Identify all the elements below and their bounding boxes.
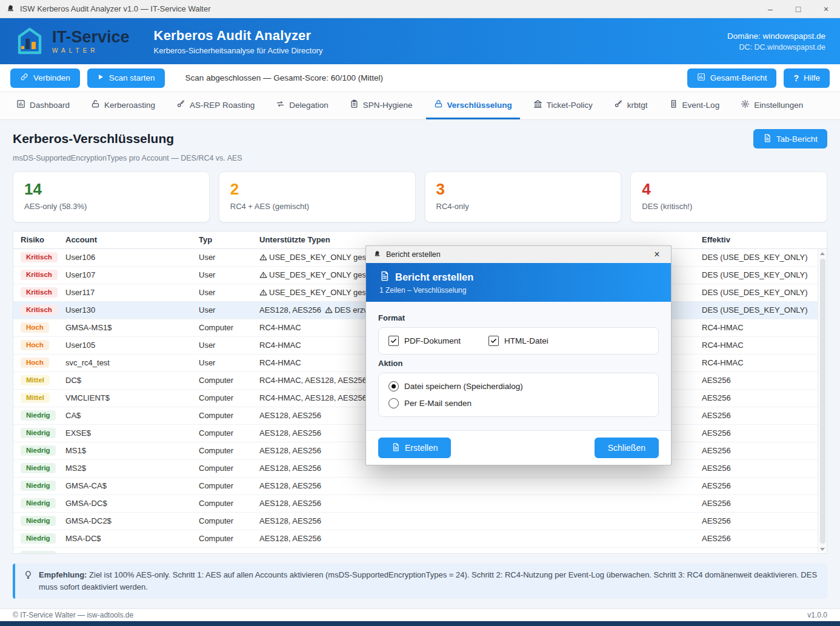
app-header: IT-Service WALTER Kerberos Audit Analyze…	[0, 18, 840, 64]
minimize-button[interactable]: –	[756, 0, 784, 18]
type-cell: User	[192, 284, 252, 301]
tab-dashboard[interactable]: Dashboard	[8, 92, 78, 119]
account-cell: CA$	[58, 407, 192, 424]
action-radio-per-e-mail-senden[interactable]: Per E-Mail senden	[388, 398, 648, 408]
risk-badge: Niedrig	[21, 498, 56, 508]
tab-delegation[interactable]: Delegation	[268, 92, 336, 119]
tab-event-log[interactable]: Event-Log	[661, 92, 728, 119]
type-cell: Computer	[192, 372, 252, 389]
dialog-close-icon[interactable]: ×	[650, 248, 664, 261]
create-button[interactable]: Erstellen	[378, 438, 451, 458]
maximize-button[interactable]: □	[784, 0, 812, 18]
swap-icon	[276, 99, 285, 110]
risk-badge: Hoch	[21, 322, 49, 333]
column-header[interactable]: Risiko	[13, 231, 58, 248]
tab-label: Ticket-Policy	[547, 101, 593, 110]
tab-krbtgt[interactable]: krbtgt	[606, 92, 656, 119]
toolbar: Verbinden Scan starten Scan abgeschlosse…	[0, 64, 840, 92]
account-cell: MS2$	[58, 460, 192, 477]
type-cell: Computer	[192, 442, 252, 459]
chart-icon	[697, 73, 705, 81]
type-cell: Computer	[192, 390, 252, 407]
link-icon	[20, 73, 28, 83]
stat-card: 3RC4-only	[425, 171, 622, 222]
table-row[interactable]: NiedrigGMSA-DC$ComputerAES128, AES256AES…	[13, 495, 827, 513]
connect-button[interactable]: Verbinden	[10, 68, 80, 88]
column-header[interactable]: Effektiv	[695, 231, 827, 248]
type-cell: Computer	[192, 319, 252, 336]
overall-report-button[interactable]: Gesamt-Bericht	[687, 68, 777, 88]
document-icon	[763, 134, 772, 144]
key-icon	[176, 99, 185, 110]
account-cell: User130	[58, 302, 192, 319]
clipboard-icon	[350, 99, 359, 108]
scroll-up-icon[interactable]	[818, 249, 827, 258]
table-scrollbar[interactable]	[818, 249, 827, 553]
tab-as-rep-roasting[interactable]: AS-REP Roasting	[168, 92, 262, 119]
app-icon	[6, 4, 15, 15]
close-button[interactable]: ×	[812, 0, 840, 18]
radio-icon[interactable]	[388, 381, 399, 391]
dialog-close-button[interactable]: Schließen	[595, 438, 659, 458]
help-button[interactable]: ? Hilfe	[784, 68, 830, 88]
scrollbar-thumb[interactable]	[820, 259, 825, 544]
app-title: Kerberos Audit Analyzer	[154, 28, 323, 44]
type-cell: Computer	[192, 460, 252, 477]
window-title: ISW Kerberos Audit Analyzer v1.0 — IT-Se…	[20, 4, 211, 13]
effective-cell: AES256	[695, 425, 827, 442]
tab-kerberoasting[interactable]: Kerberoasting	[83, 92, 163, 119]
checkbox-icon[interactable]	[388, 336, 399, 346]
table-row[interactable]: NiedrigGMSA-CA$ComputerAES128, AES256AES…	[13, 478, 827, 495]
account-cell: svc_rc4_test	[58, 355, 192, 371]
column-header[interactable]: Account	[58, 231, 192, 248]
supported-types-cell: AES128	[252, 548, 695, 554]
lock-icon	[434, 99, 443, 110]
tab-spn-hygiene[interactable]: SPN-Hygiene	[342, 92, 421, 119]
format-checkbox-pdf-dokument[interactable]: PDF-Dokument	[388, 336, 461, 346]
risk-badge: Niedrig	[21, 410, 56, 421]
column-header[interactable]: Typ	[192, 231, 252, 248]
checkbox-icon[interactable]	[488, 336, 499, 346]
risk-badge: Niedrig	[21, 445, 56, 456]
scroll-down-icon[interactable]	[818, 545, 827, 553]
window-bottom-edge	[0, 621, 840, 626]
play-icon	[97, 73, 104, 82]
app-icon	[373, 250, 381, 259]
account-cell: MSA-DC$	[58, 530, 192, 547]
risk-badge: Kritisch	[21, 305, 58, 315]
table-row[interactable]: NiedrigGMSA-DC2$ComputerAES128, AES256AE…	[13, 513, 827, 530]
connect-label: Verbinden	[33, 73, 70, 82]
risk-badge: Niedrig	[21, 463, 56, 473]
account-cell: EXSE$	[58, 425, 192, 442]
bulb-icon	[24, 570, 33, 579]
tab-einstellungen[interactable]: Einstellungen	[733, 92, 811, 119]
risk-badge: Kritisch	[21, 270, 58, 280]
type-cell: User	[192, 267, 252, 284]
window-titlebar: ISW Kerberos Audit Analyzer v1.0 — IT-Se…	[0, 0, 840, 18]
tab-report-button[interactable]: Tab-Bericht	[753, 129, 827, 148]
scan-start-button[interactable]: Scan starten	[87, 68, 165, 88]
swap-icon	[276, 99, 285, 108]
tab-label: SPN-Hygiene	[363, 101, 413, 110]
tab-label: Verschlüsselung	[447, 101, 512, 110]
chart-icon	[16, 99, 25, 110]
table-row[interactable]: NiedrigUser109UserAES128AES128	[13, 548, 827, 554]
format-checkbox-html-datei[interactable]: HTML-Datei	[488, 336, 548, 346]
radio-icon[interactable]	[388, 398, 399, 408]
action-radio-datei-speichern-speicherdialog-[interactable]: Datei speichern (Speicherdialog)	[388, 381, 648, 391]
risk-badge: Hoch	[21, 340, 49, 350]
supported-types-cell: AES128, AES256	[252, 513, 695, 530]
type-cell: Computer	[192, 407, 252, 424]
tab-ticket-policy[interactable]: Ticket-Policy	[525, 92, 601, 119]
account-cell: GMSA-DC$	[58, 495, 192, 512]
chart-icon	[16, 99, 25, 108]
table-row[interactable]: NiedrigMSA-DC$ComputerAES128, AES256AES2…	[13, 530, 827, 548]
scan-status: Scan abgeschlossen — Gesamt-Score: 60/10…	[185, 73, 383, 82]
effective-cell: AES256	[695, 513, 827, 530]
dialog-body: Format PDF-DokumentHTML-Datei Aktion Dat…	[366, 302, 671, 430]
dialog-subtitle: 1 Zeilen – Verschlüsselung	[379, 286, 658, 295]
tab-label: Einstellungen	[754, 101, 803, 110]
tab-verschl-sselung[interactable]: Verschlüsselung	[426, 92, 520, 119]
stat-cards: 14AES-only (58.3%)2RC4 + AES (gemischt)3…	[13, 171, 827, 222]
recommendation-label: Empfehlung:	[39, 570, 87, 579]
